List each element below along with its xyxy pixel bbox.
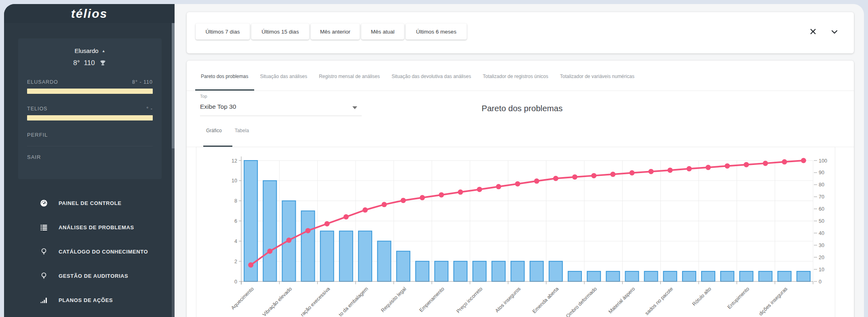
telios-logo: télios — [71, 7, 107, 21]
svg-text:12: 12 — [232, 158, 237, 164]
svg-text:20: 20 — [819, 255, 824, 260]
svg-text:Entupimento: Entupimento — [727, 286, 751, 310]
trophy-icon — [99, 59, 107, 67]
progress-label: ELUSARDO — [27, 79, 58, 85]
sidebar-menu: PAINEL DE CONTROLE ANÁLISES DE PROBLEMAS — [4, 191, 175, 312]
svg-text:Ombro deformado: Ombro deformado — [565, 286, 598, 317]
top-select-value[interactable]: Exibe Top 30 — [200, 103, 236, 110]
top-select-label: Top — [200, 94, 207, 99]
svg-text:Emenda aberta: Emenda aberta — [531, 286, 560, 314]
progress-row-elusardo: ELUSARDO 8° - 110 — [27, 79, 153, 85]
sidebar-item-painel-de-controle[interactable]: PAINEL DE CONTROLE — [4, 191, 175, 215]
svg-text:Atos inseguros: Atos inseguros — [494, 286, 522, 313]
tabs-border — [187, 91, 854, 91]
perfil-link[interactable]: PERFIL — [27, 132, 153, 138]
progress-value: ° - — [146, 106, 153, 112]
chart-bars-icon — [40, 296, 48, 304]
svg-text:dições inseguras: dições inseguras — [758, 286, 788, 317]
svg-text:30: 30 — [819, 243, 824, 248]
bulb-icon — [40, 272, 48, 280]
analysis-tabs: Pareto dos problemas Situação das anális… — [201, 74, 634, 79]
tab-totalizador-de-registros-unicos[interactable]: Totalizador de registros únicos — [483, 74, 548, 79]
sidebar: télios Elusardo▲ 8° 110 ELUSARDO 8° - 11… — [4, 4, 175, 317]
profile-points: 110 — [84, 59, 95, 67]
svg-text:sados no pacote: sados no pacote — [644, 286, 674, 316]
tab-pareto-dos-problemas[interactable]: Pareto dos problemas — [201, 74, 248, 79]
subtab-tabela[interactable]: Tabela — [235, 128, 249, 133]
sidebar-item-label: PAINEL DE CONTROLE — [59, 200, 122, 206]
svg-text:40: 40 — [819, 230, 824, 236]
filter-ultimos-7-dias-button[interactable]: Últimos 7 dias — [196, 23, 250, 40]
profile-rank-row: 8° 110 — [27, 59, 153, 67]
filter-ultimos-15-dias-button[interactable]: Últimos 15 dias — [251, 23, 309, 40]
list-icon — [40, 223, 48, 232]
filter-ultimos-6-meses-button[interactable]: Últimos 6 meses — [406, 23, 467, 40]
subtab-grafico[interactable]: Gráfico — [206, 128, 222, 133]
svg-text:0: 0 — [819, 279, 822, 285]
sidebar-item-label: ANÁLISES DE PROBLEMAS — [59, 224, 134, 230]
progress-bar-telios — [27, 115, 153, 120]
top-select-underline — [200, 116, 362, 116]
svg-text:80: 80 — [819, 182, 824, 188]
sidebar-item-catalogo-do-conhecimento[interactable]: CATÁLOGO DO CONHECIMENTO — [4, 239, 175, 264]
svg-text:Aquecimento: Aquecimento — [230, 286, 255, 311]
svg-text:Preço incorreto: Preço incorreto — [455, 286, 484, 314]
tab-situacao-das-devolutiva-das-analises[interactable]: Situação das devolutiva das análises — [392, 74, 471, 79]
app-window: télios Elusardo▲ 8° 110 ELUSARDO 8° - 11… — [4, 4, 864, 317]
progress-bar-elusardo — [27, 89, 153, 94]
svg-text:Empenamento: Empenamento — [418, 286, 445, 313]
caret-down-icon[interactable] — [352, 106, 357, 109]
svg-text:10: 10 — [819, 267, 824, 273]
progress-row-telios: TELIOS ° - — [27, 106, 153, 112]
svg-text:50: 50 — [819, 218, 824, 224]
filter-mes-anterior-button[interactable]: Mês anterior — [311, 23, 360, 40]
svg-text:0: 0 — [234, 279, 237, 285]
logo-bar: télios — [4, 4, 175, 23]
divider — [27, 146, 153, 146]
svg-text:8: 8 — [234, 198, 237, 204]
active-tab-underline — [195, 89, 254, 91]
svg-text:60: 60 — [819, 206, 824, 212]
svg-text:ração execessiva: ração execessiva — [299, 286, 331, 317]
sidebar-item-label: PLANOS DE AÇÕES — [59, 297, 113, 303]
chevron-down-icon[interactable] — [830, 30, 839, 35]
sidebar-item-label: GESTÃO DE AUDITORIAS — [59, 273, 128, 279]
sidebar-item-planos-de-acoes[interactable]: PLANOS DE AÇÕES — [4, 288, 175, 312]
caret-up-icon[interactable]: ▲ — [102, 49, 105, 53]
progress-label: TELIOS — [27, 106, 47, 112]
sidebar-item-gestao-de-auditorias[interactable]: GESTÃO DE AUDITORIAS — [4, 264, 175, 288]
svg-text:100: 100 — [819, 158, 827, 164]
svg-text:Requisito legal: Requisito legal — [380, 286, 407, 313]
gauge-icon — [40, 199, 48, 207]
tab-totalizador-de-variaveis-numericas[interactable]: Totalizador de variáveis numéricas — [560, 74, 634, 79]
svg-text:Rótulo alto: Rótulo alto — [691, 286, 712, 307]
sidebar-item-analises-de-problemas[interactable]: ANÁLISES DE PROBLEMAS — [4, 215, 175, 239]
svg-text:6: 6 — [234, 218, 237, 224]
svg-text:90: 90 — [819, 170, 824, 175]
pareto-chart-container: 0246810120102030405060708090100Aquecimen… — [196, 147, 835, 317]
sidebar-item-label: CATÁLOGO DO CONHECIMENTO — [59, 249, 148, 255]
svg-text:to da embalagem: to da embalagem — [338, 286, 369, 317]
profile-rank: 8° — [73, 59, 80, 67]
x-icon[interactable] — [809, 27, 817, 36]
sidebar-scrollbar-thumb[interactable] — [172, 23, 175, 148]
svg-text:2: 2 — [234, 259, 237, 264]
sair-link[interactable]: SAIR — [27, 154, 153, 160]
bulb-icon — [40, 247, 48, 256]
view-subtabs: Gráfico Tabela — [206, 128, 249, 133]
filter-mes-atual-button[interactable]: Mês atual — [361, 23, 404, 40]
tab-situacao-das-analises[interactable]: Situação das análises — [260, 74, 307, 79]
progress-value: 8° - 110 — [132, 79, 153, 85]
profile-name-row[interactable]: Elusardo▲ — [27, 47, 153, 54]
chart-title: Pareto dos problemas — [482, 104, 563, 113]
svg-text:Vibração elevado: Vibração elevado — [261, 286, 293, 317]
profile-name: Elusardo — [74, 47, 98, 54]
pareto-chart[interactable]: 0246810120102030405060708090100Aquecimen… — [196, 147, 836, 317]
svg-text:10: 10 — [232, 178, 237, 184]
tab-registro-mensal-de-analises[interactable]: Registro mensal de análises — [319, 74, 380, 79]
svg-text:4: 4 — [234, 239, 237, 244]
profile-card: Elusardo▲ 8° 110 ELUSARDO 8° - 110 TELIO… — [18, 38, 162, 179]
svg-text:Material áspero: Material áspero — [607, 286, 636, 315]
svg-text:70: 70 — [819, 194, 824, 200]
